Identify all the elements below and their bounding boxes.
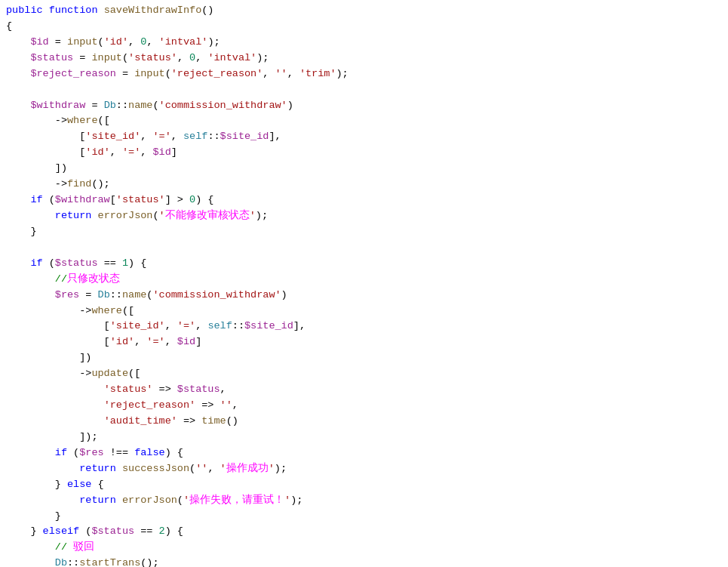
token-plain: :: [67, 557, 79, 567]
token-fn: errorJson [98, 210, 153, 221]
line-content: Db::startTrans(); [6, 556, 722, 567]
line-content: $id = input('id', 0, 'intval'); [6, 35, 722, 51]
token-plain [6, 415, 104, 427]
token-plain: ( [122, 52, 128, 63]
token-plain: => [152, 384, 177, 395]
line-content: public function saveWithdrawInfo() [6, 3, 722, 19]
token-var: $status [55, 257, 98, 269]
token-str: 'id' [85, 146, 109, 158]
token-kw: if [6, 257, 43, 269]
token-plain: [ [6, 336, 110, 347]
line-content: { [6, 19, 722, 35]
token-plain: (); [91, 178, 109, 190]
code-line: $reject_reason = input('reject_reason', … [0, 66, 728, 82]
token-plain: :: [116, 100, 128, 111]
token-str: 'commission_withdraw' [159, 100, 287, 111]
token-str: ' [269, 463, 275, 474]
code-line: return errorJson('不能修改审核状态'); [0, 208, 728, 224]
token-cn: Db [104, 100, 116, 111]
token-plain: == [134, 525, 158, 537]
token-str: 'commission_withdraw' [152, 289, 281, 300]
token-cm: // [55, 273, 67, 285]
token-plain [6, 557, 55, 567]
token-cn: self [183, 131, 207, 142]
token-plain [6, 273, 55, 285]
token-fn: errorJson [122, 495, 177, 506]
token-fn: input [67, 36, 98, 48]
token-str: 'status' [116, 194, 165, 205]
token-cm: // [55, 541, 73, 553]
token-plain: ( [177, 495, 183, 506]
code-line: $id = input('id', 0, 'intval'); [0, 35, 728, 51]
token-plain: , [110, 146, 122, 158]
token-str: 'intval' [207, 52, 256, 63]
token-method: where [67, 115, 98, 126]
line-content: if ($res !== false) { [6, 445, 722, 461]
code-line: ['site_id', '=', self::$site_id], [0, 319, 728, 334]
token-plain: , [140, 131, 152, 142]
code-line: } [0, 509, 728, 525]
token-plain: ( [43, 194, 55, 205]
token-plain: } [6, 510, 61, 522]
code-line: 'audit_time' => time() [0, 414, 728, 430]
line-content: } else { [6, 477, 722, 493]
token-str: 'site_id' [110, 320, 165, 331]
token-kw: if [6, 194, 43, 205]
token-var: $res [55, 289, 79, 300]
token-plain: = [116, 68, 134, 79]
token-fn: input [134, 68, 165, 79]
token-kw: return [79, 463, 116, 474]
token-plain [116, 495, 122, 506]
token-cn: Db [55, 557, 67, 567]
token-var: $withdraw [55, 194, 110, 205]
token-plain: => [177, 415, 201, 427]
token-str: ' [250, 210, 256, 221]
token-plain: } [6, 226, 37, 237]
token-str: '' [275, 68, 287, 79]
token-var: $status [177, 384, 220, 395]
token-plain [6, 399, 104, 411]
token-plain: ([ [98, 115, 110, 126]
token-plain: = [85, 100, 103, 111]
token-plain: ) [281, 289, 287, 300]
token-plain: ], [269, 131, 281, 142]
token-kw: elseif [43, 525, 80, 537]
token-method: find [67, 178, 91, 190]
token-str: 'id' [110, 336, 134, 347]
code-line: if ($status == 1) { [0, 256, 728, 272]
token-plain: , [128, 36, 140, 48]
code-line [0, 240, 728, 256]
token-kw: else [67, 479, 91, 490]
code-line: ->where([ [0, 113, 728, 129]
code-line: } elseif ($status == 2) { [0, 524, 728, 540]
token-str: 'site_id' [85, 131, 140, 142]
token-plain: } [6, 479, 67, 490]
code-line: ['site_id', '=', self::$site_id], [0, 129, 728, 145]
code-line: // 驳回 [0, 540, 728, 556]
token-fn: name [128, 100, 152, 111]
token-chinese: 只修改状态 [67, 273, 120, 285]
token-plain: , [140, 146, 152, 158]
line-content: // 驳回 [6, 540, 722, 556]
line-content: ]) [6, 350, 722, 366]
line-content: ->where([ [6, 113, 722, 129]
token-fn: successJson [122, 463, 189, 474]
code-line: { [0, 19, 728, 35]
token-str: '' [195, 463, 207, 474]
token-str: '=' [177, 320, 195, 331]
token-plain: = [49, 36, 67, 48]
token-fn: time [201, 415, 226, 427]
line-content: } elseif ($status == 2) { [6, 524, 722, 540]
token-plain: , [195, 320, 207, 331]
code-line: //只修改状态 [0, 272, 728, 288]
line-content: $res = Db::name('commission_withdraw') [6, 288, 722, 304]
line-content: ->where([ [6, 304, 722, 319]
line-content: $withdraw = Db::name('commission_withdra… [6, 98, 722, 114]
line-content: ['site_id', '=', self::$site_id], [6, 319, 722, 334]
line-content: ->find(); [6, 177, 722, 193]
code-line: 'status' => $status, [0, 382, 728, 398]
code-line: return successJson('', '操作成功'); [0, 461, 728, 477]
token-plain: () [201, 5, 213, 16]
token-plain: ( [189, 463, 195, 474]
token-kw: false [134, 447, 165, 458]
